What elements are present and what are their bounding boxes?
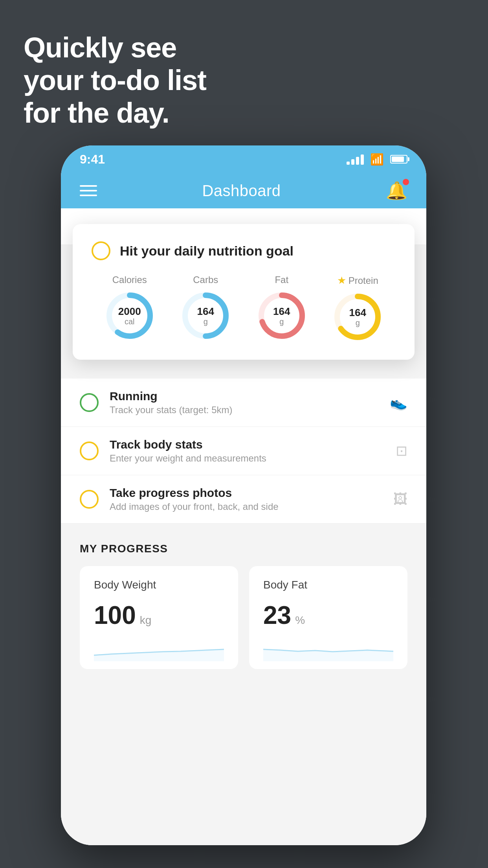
- fat-value: 164: [273, 306, 290, 317]
- body-fat-value-row: 23 %: [263, 601, 393, 630]
- shoe-icon: 👟: [390, 394, 407, 411]
- photos-title: Take progress photos: [110, 486, 382, 500]
- calories-value: 2000: [118, 306, 141, 317]
- protein-label-row: ★ Protein: [337, 274, 378, 287]
- body-fat-value: 23: [263, 601, 291, 630]
- notification-dot: [403, 179, 409, 185]
- status-time: 9:41: [80, 152, 105, 167]
- notification-bell[interactable]: 🔔: [386, 180, 407, 201]
- body-stats-radio[interactable]: [80, 441, 99, 460]
- body-stats-title: Track body stats: [110, 438, 385, 451]
- running-text: Running Track your stats (target: 5km): [110, 390, 379, 416]
- photo-icon: 🖼: [393, 491, 407, 508]
- nutrition-radio[interactable]: [92, 241, 110, 260]
- my-progress-title: MY PROGRESS: [80, 542, 407, 555]
- carbs-donut: 164 g: [180, 290, 231, 341]
- protein-value: 164: [349, 307, 366, 318]
- card-header: Hit your daily nutrition goal: [92, 241, 396, 260]
- star-icon: ★: [337, 274, 346, 287]
- nutrition-card-title: Hit your daily nutrition goal: [120, 243, 294, 259]
- body-weight-chart: [94, 638, 224, 661]
- body-fat-card-title: Body Fat: [263, 579, 393, 591]
- body-stats-subtitle: Enter your weight and measurements: [110, 453, 385, 464]
- hero-line1: Quickly see: [24, 31, 206, 64]
- status-icons: 📶: [347, 153, 407, 166]
- running-subtitle: Track your stats (target: 5km): [110, 405, 379, 416]
- my-progress-section: MY PROGRESS Body Weight 100 kg: [61, 542, 426, 669]
- body-weight-value-row: 100 kg: [94, 601, 224, 630]
- todo-item-body-stats[interactable]: Track body stats Enter your weight and m…: [61, 427, 426, 475]
- fat-unit: g: [273, 317, 290, 326]
- fat-donut: 164 g: [256, 290, 307, 341]
- wifi-icon: 📶: [370, 153, 384, 166]
- body-fat-chart: [263, 638, 393, 661]
- body-weight-unit: kg: [140, 614, 152, 627]
- photos-text: Take progress photos Add images of your …: [110, 486, 382, 512]
- todo-item-photos[interactable]: Take progress photos Add images of your …: [61, 475, 426, 524]
- nutrition-grid: Calories 2000 cal Carbs: [92, 274, 396, 342]
- header-title: Dashboard: [202, 182, 281, 200]
- carbs-unit: g: [197, 317, 214, 326]
- app-header: Dashboard 🔔: [61, 173, 426, 208]
- status-bar: 9:41 📶: [61, 145, 426, 173]
- nutrition-card: Hit your daily nutrition goal Calories 2…: [73, 224, 415, 360]
- protein-unit: g: [349, 318, 366, 327]
- calories-unit: cal: [118, 317, 141, 326]
- photos-radio[interactable]: [80, 490, 99, 509]
- body-fat-card: Body Fat 23 %: [249, 566, 407, 669]
- fat-text: 164 g: [273, 306, 290, 326]
- protein-donut: 164 g: [332, 291, 383, 342]
- protein-text: 164 g: [349, 307, 366, 327]
- calories-label: Calories: [112, 274, 147, 285]
- todo-list: Running Track your stats (target: 5km) 👟…: [61, 379, 426, 524]
- todo-item-running[interactable]: Running Track your stats (target: 5km) 👟: [61, 379, 426, 427]
- fat-label: Fat: [275, 274, 288, 285]
- body-weight-card-title: Body Weight: [94, 579, 224, 591]
- body-weight-value: 100: [94, 601, 136, 630]
- body-weight-card: Body Weight 100 kg: [80, 566, 238, 669]
- scale-icon: ⊡: [396, 443, 407, 459]
- body-fat-unit: %: [295, 614, 305, 627]
- battery-icon: [390, 155, 407, 164]
- running-title: Running: [110, 390, 379, 403]
- carbs-item: Carbs 164 g: [180, 274, 231, 341]
- running-radio[interactable]: [80, 393, 99, 412]
- hero-line3: for the day.: [24, 97, 206, 129]
- calories-text: 2000 cal: [118, 306, 141, 326]
- progress-cards: Body Weight 100 kg Body Fat: [80, 566, 407, 669]
- carbs-value: 164: [197, 306, 214, 317]
- protein-label: Protein: [349, 275, 378, 286]
- photos-subtitle: Add images of your front, back, and side: [110, 501, 382, 512]
- calories-item: Calories 2000 cal: [104, 274, 155, 341]
- hero-line2: your to-do list: [24, 64, 206, 97]
- calories-donut: 2000 cal: [104, 290, 155, 341]
- signal-icon: [347, 154, 364, 165]
- carbs-label: Carbs: [193, 274, 218, 285]
- phone-mockup: 9:41 📶 Dashboard 🔔 THINGS TO DO TODAY: [61, 145, 426, 845]
- hamburger-menu[interactable]: [80, 185, 97, 196]
- app-content: THINGS TO DO TODAY Hit your daily nutrit…: [61, 208, 426, 845]
- hero-text: Quickly see your to-do list for the day.: [24, 31, 206, 129]
- body-stats-text: Track body stats Enter your weight and m…: [110, 438, 385, 464]
- carbs-text: 164 g: [197, 306, 214, 326]
- protein-item: ★ Protein 164 g: [332, 274, 383, 342]
- fat-item: Fat 164 g: [256, 274, 307, 341]
